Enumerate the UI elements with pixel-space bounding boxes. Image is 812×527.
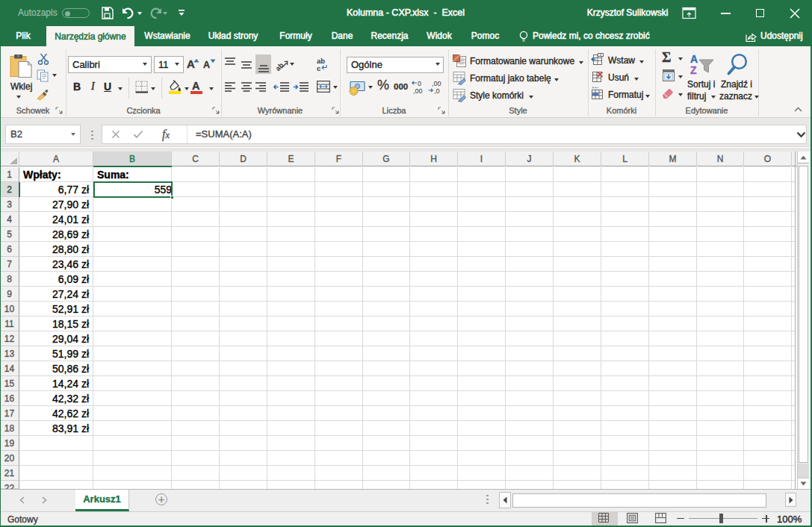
svg-text:c: c: [317, 64, 320, 72]
svg-text:,0: ,0: [434, 87, 440, 95]
svg-text:,00: ,00: [432, 80, 441, 87]
svg-text:0: 0: [418, 80, 421, 87]
svg-text:,00: ,00: [413, 87, 423, 95]
svg-text:ab: ab: [276, 60, 285, 72]
